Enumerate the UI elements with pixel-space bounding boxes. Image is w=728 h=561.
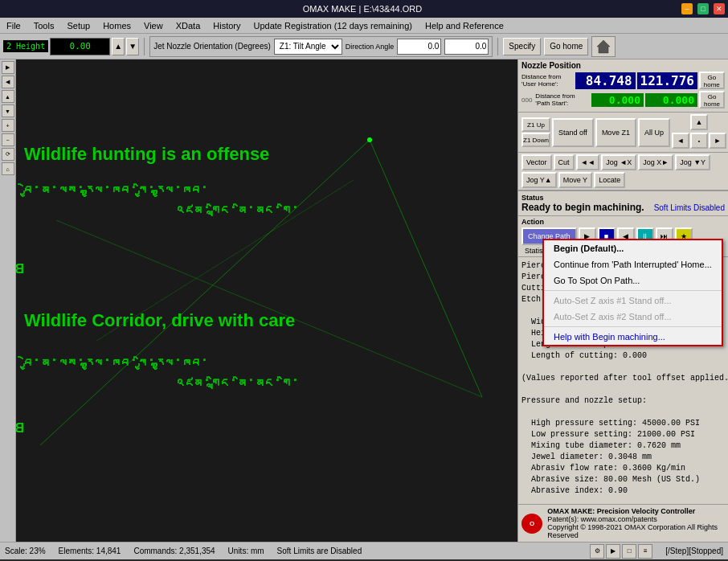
direction-label: Direction Angle [346, 43, 395, 51]
dropdown-continue[interactable]: Continue from 'Path Interrupted' Home... [544, 256, 722, 272]
omax-logo: O [521, 514, 542, 534]
stand-off-button[interactable]: Stand off [552, 118, 594, 147]
dropdown-sep-2 [544, 326, 722, 327]
tilt-angle-select[interactable]: Z1: Tilt Angle [274, 39, 342, 55]
window-title: OMAX MAKE | E:\43&44.ORD [43, 4, 681, 14]
action-title: Action [521, 218, 725, 226]
jog-right-btn[interactable]: ► [709, 133, 726, 149]
dropdown-begin[interactable]: Begin (Default)... [544, 240, 722, 256]
units-indicator: Units: mm [228, 547, 264, 555]
height-input[interactable] [50, 38, 110, 55]
dropdown-auto-set-2: Auto-Set Z axis #2 Stand off... [544, 309, 722, 325]
jog-up-btn[interactable]: ▲ [690, 114, 708, 130]
jog-center-btn[interactable]: • [690, 133, 708, 149]
status-soft-limits: Soft Limits Disabled [654, 203, 725, 212]
move-y-button[interactable]: Move Y [558, 172, 592, 188]
jog-x-pos-button[interactable]: Jog X► [638, 154, 673, 170]
go-home-right-button[interactable]: Go home [699, 72, 725, 89]
right-panel: Nozzle Position Distance from 'User Home… [517, 59, 728, 542]
menu-homes[interactable]: Homes [100, 20, 134, 31]
go-home-right2-button[interactable]: Go home [699, 91, 725, 109]
cut-button[interactable]: Cut [554, 154, 575, 170]
svg-line-4 [96, 180, 354, 341]
height-label: 2 Height [3, 40, 48, 52]
copyright-text: Copyright © 1998-2021 OMAX Corporation A… [547, 523, 725, 539]
nozzle-position-title: Nozzle Position [521, 61, 725, 70]
soft-limits-status: Soft Limits are Disabled [277, 547, 362, 555]
locate-button[interactable]: Locate [594, 172, 625, 188]
canvas-area[interactable]: Wildlife hunting is an offense བྱེ་མ་ལས་… [16, 59, 517, 542]
left-btn-8[interactable]: ⌂ [2, 162, 14, 175]
position-status: [/Step][Stopped] [665, 547, 723, 555]
left-btn-4[interactable]: ▼ [2, 104, 14, 117]
coord1-value: 84.748 [575, 72, 636, 89]
action-section: Action Change Path ▶ ■ ◀ ⏸ ⏭ ★ Statistic… [518, 216, 728, 257]
jog-y-pos-button[interactable]: Jog Y▲ [521, 172, 557, 188]
nav-buttons-row: Z1 Up Z1 Down Stand off Move Z1 All Up ▲… [518, 113, 728, 153]
left-btn-1[interactable]: ▶ [2, 61, 14, 74]
dropdown-help-begin[interactable]: Help with Begin machining... [544, 329, 722, 345]
height-down-btn[interactable]: ▼ [126, 38, 139, 55]
menu-setup[interactable]: Setup [63, 20, 93, 31]
toolbar: 2 Height ▲ ▼ Jet Nozzle Orientation (Deg… [0, 34, 728, 59]
dropdown-sep-1 [544, 290, 722, 291]
statusbar-icon-1[interactable]: ⚙ [590, 544, 604, 559]
nozzle-user-home-row: Distance from 'User Home': 84.748 121.77… [521, 72, 725, 89]
statusbar-icon-4[interactable]: ≡ [638, 544, 652, 559]
height-up-btn[interactable]: ▲ [112, 38, 125, 55]
svg-line-2 [370, 140, 482, 397]
home-icon [591, 36, 616, 57]
move-z1-button[interactable]: Move Z1 [595, 118, 636, 147]
statusbar-icon-3[interactable]: □ [622, 544, 636, 559]
nozzle-position-section: Nozzle Position Distance from 'User Home… [518, 59, 728, 113]
tilt-value-input[interactable] [397, 39, 441, 55]
brand-name: OMAX MAKE: Precision Velocity Controller [547, 507, 725, 515]
coord4-value: 0.000 [645, 93, 697, 107]
status-title: Status [521, 194, 725, 202]
menu-tools[interactable]: Tools [31, 20, 58, 31]
left-btn-3[interactable]: ▲ [2, 90, 14, 103]
main-area: ▶ ◀ ▲ ▼ + − ⟳ ⌂ Wildlife hunting is an o… [0, 59, 728, 542]
close-button[interactable]: ✕ [714, 3, 725, 14]
dropdown-go-spot[interactable]: Go To Spot On Path... [544, 272, 722, 289]
go-home-toolbar-button[interactable]: Go home [544, 38, 588, 55]
z1-up-button[interactable]: Z1 Up [521, 117, 550, 132]
menu-help[interactable]: Help and Reference [422, 20, 507, 31]
jog-y-neg-button[interactable]: Jog ▼Y [675, 154, 710, 170]
menu-xdata[interactable]: XData [173, 20, 204, 31]
vector-button[interactable]: Vector [521, 154, 552, 170]
jet-label: Jet Nozzle Orientation (Degrees) [153, 42, 271, 51]
maximize-button[interactable]: □ [697, 3, 709, 14]
canvas-svg [16, 59, 517, 542]
menu-history[interactable]: History [210, 20, 243, 31]
dropdown-auto-set-1: Auto-Set Z axis #1 Stand off... [544, 293, 722, 309]
menu-view[interactable]: View [141, 20, 166, 31]
statusbar-icons: ⚙ ▶ □ ≡ [590, 544, 652, 559]
zero-label: 000 [521, 96, 532, 104]
status-bar: Scale: 23% Elements: 14,841 Commands: 2,… [0, 542, 728, 559]
footer-section: O OMAX MAKE: Precision Velocity Controll… [518, 504, 728, 542]
menu-update-reg[interactable]: Update Registration (12 days remaining) [250, 20, 415, 31]
specify-button[interactable]: Specify [503, 38, 541, 55]
jog-left-btn[interactable]: ◄ [672, 133, 689, 149]
path-start-label: Distance from 'Path Start': [535, 92, 590, 107]
left-btn-6[interactable]: − [2, 133, 14, 146]
dropdown-menu: Begin (Default)... Continue from 'Path I… [542, 239, 723, 346]
svg-point-5 [367, 137, 372, 142]
svg-marker-0 [597, 40, 610, 53]
move-x-neg-button[interactable]: ◄◄ [576, 154, 600, 170]
left-btn-7[interactable]: ⟳ [2, 148, 14, 161]
status-section: Status Ready to begin machining. Soft Li… [518, 190, 728, 216]
z1-down-button[interactable]: Z1 Down [521, 133, 550, 147]
minimize-button[interactable]: – [681, 3, 693, 14]
left-btn-2[interactable]: ◀ [2, 76, 14, 88]
statusbar-icon-2[interactable]: ▶ [606, 544, 620, 559]
jet-nozzle-section: Jet Nozzle Orientation (Degrees) Z1: Til… [149, 36, 493, 57]
direction-value-input[interactable] [444, 39, 489, 55]
jog-x-neg-button[interactable]: Jog ◄X [601, 154, 636, 170]
menu-file[interactable]: File [3, 20, 24, 31]
all-up-button[interactable]: All Up [638, 118, 670, 147]
menu-bar: File Tools Setup Homes View XData Histor… [0, 18, 728, 34]
left-toolbar: ▶ ◀ ▲ ▼ + − ⟳ ⌂ [0, 59, 16, 542]
left-btn-5[interactable]: + [2, 119, 14, 132]
